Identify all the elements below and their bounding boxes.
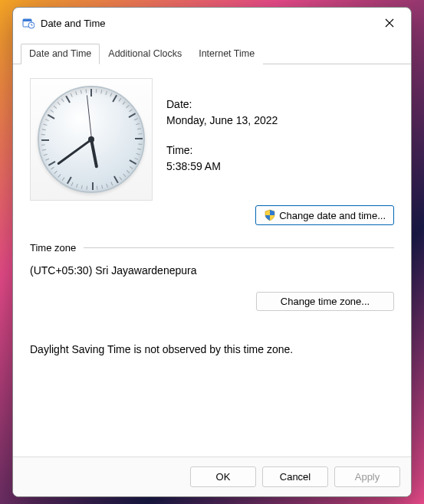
time-value: 5:38:59 AM xyxy=(166,159,278,175)
analog-clock-icon xyxy=(38,86,145,193)
date-label: Date: xyxy=(166,97,278,113)
cancel-button[interactable]: Cancel xyxy=(262,466,328,487)
change-time-zone-button[interactable]: Change time zone... xyxy=(256,292,394,311)
tab-content: Date: Monday, June 13, 2022 Time: 5:38:5… xyxy=(13,64,411,457)
second-hand xyxy=(86,95,91,139)
date-value: Monday, June 13, 2022 xyxy=(166,113,278,129)
minute-hand xyxy=(57,139,92,165)
change-date-time-button[interactable]: Change date and time... xyxy=(255,205,394,225)
change-time-zone-label: Change time zone... xyxy=(281,296,370,307)
date-time-info: Date: Monday, June 13, 2022 Time: 5:38:5… xyxy=(166,78,278,201)
ok-button[interactable]: OK xyxy=(190,466,256,487)
close-button[interactable] xyxy=(374,11,405,34)
timezone-value: (UTC+05:30) Sri Jayawardenepura xyxy=(30,264,394,277)
dialog-button-bar: OK Cancel Apply xyxy=(13,457,411,496)
svg-rect-1 xyxy=(23,19,31,21)
titlebar: Date and Time xyxy=(13,8,411,38)
hour-hand xyxy=(90,139,98,169)
tab-internet-time[interactable]: Internet Time xyxy=(190,44,263,64)
time-label: Time: xyxy=(166,142,278,159)
window-title: Date and Time xyxy=(41,18,374,29)
change-date-time-label: Change date and time... xyxy=(279,210,386,221)
clock-preview xyxy=(30,78,153,201)
date-time-icon xyxy=(22,17,35,29)
apply-button[interactable]: Apply xyxy=(334,466,400,487)
close-icon xyxy=(385,18,394,28)
clock-pivot xyxy=(88,136,94,142)
dst-note: Daylight Saving Time is not observed by … xyxy=(30,343,394,355)
timezone-section-label: Time zone xyxy=(30,242,76,254)
timezone-section-header: Time zone xyxy=(30,242,394,254)
tab-strip: Date and Time Additional Clocks Internet… xyxy=(13,43,411,64)
tab-date-and-time[interactable]: Date and Time xyxy=(21,44,100,64)
date-time-dialog: Date and Time Date and Time Additional C… xyxy=(12,7,412,497)
divider xyxy=(84,247,394,248)
tab-additional-clocks[interactable]: Additional Clocks xyxy=(100,44,190,64)
clock-row: Date: Monday, June 13, 2022 Time: 5:38:5… xyxy=(30,78,394,201)
shield-icon xyxy=(264,209,276,221)
